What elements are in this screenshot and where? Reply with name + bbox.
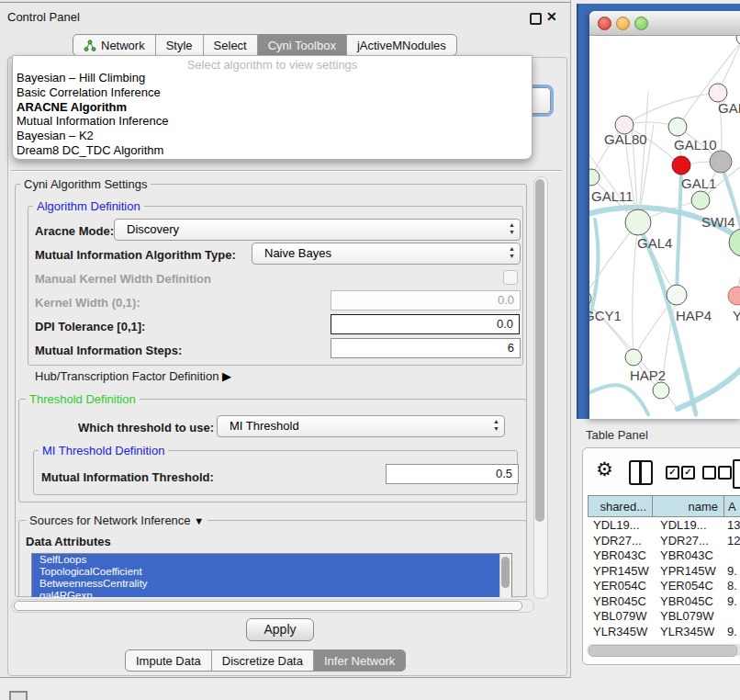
column-header-name[interactable]: name	[653, 495, 724, 517]
algorithm-option[interactable]: ARACNE Algorithm	[13, 100, 532, 115]
apply-button[interactable]: Apply	[246, 618, 314, 641]
close-icon[interactable]: ✕	[546, 9, 557, 24]
settings-vertical-scrollbar[interactable]	[533, 176, 548, 599]
tab-infer-network[interactable]: Infer Network	[313, 650, 405, 671]
table-cell: YDL19...	[653, 517, 724, 533]
tab-jactivemnodules[interactable]: jActiveMNodules	[346, 35, 456, 55]
network-window-titlebar[interactable]	[589, 11, 740, 36]
network-view-frame: GALGAL80GAL10GAL1GAL11SWI4GAL4GCY1HAP4YH…	[577, 4, 740, 419]
algorithm-option[interactable]: Dream8 DC_TDC Algorithm	[13, 143, 532, 158]
mi-steps-field[interactable]: 6	[331, 338, 521, 358]
float-window-icon[interactable]	[530, 13, 542, 25]
network-node[interactable]	[728, 287, 740, 305]
scrollbar-thumb[interactable]	[589, 645, 737, 657]
algorithm-option[interactable]: Mutual Information Inference	[13, 114, 532, 129]
which-threshold-label: Which threshold to use:	[78, 421, 214, 435]
table-cell: YPR145W	[653, 563, 724, 579]
table-header: shared... name A	[588, 495, 740, 517]
network-node[interactable]	[709, 84, 727, 102]
screen: Control Panel ✕ Network Style Select Cyn…	[0, 0, 740, 700]
kernel-width-field[interactable]: 0.0	[331, 290, 521, 310]
network-edge-thick[interactable]	[589, 385, 648, 414]
tab-network[interactable]: Network	[73, 35, 155, 55]
tab-cyni-toolbox[interactable]: Cyni Toolbox	[257, 35, 346, 55]
network-node[interactable]	[736, 36, 740, 45]
table-horizontal-scrollbar[interactable]	[587, 644, 740, 656]
tab-style[interactable]: Style	[155, 35, 203, 55]
new-table-icon[interactable]	[733, 459, 740, 489]
dpi-tolerance-field[interactable]: 0.0	[331, 314, 520, 334]
network-node[interactable]	[667, 285, 687, 305]
gear-icon[interactable]: ⚙	[596, 458, 613, 480]
attribute-list-item[interactable]: gal4RGexp	[32, 590, 511, 597]
table-row[interactable]: YBL079WYBL079W	[588, 608, 740, 624]
aracne-mode-combobox[interactable]: Discovery ▲▼	[114, 219, 521, 241]
combo-arrows-icon: ▲▼	[493, 418, 499, 433]
minimize-traffic-light-icon[interactable]	[616, 17, 630, 30]
column-header-partial[interactable]: A	[724, 495, 740, 517]
tab-cyni-toolbox-label: Cyni Toolbox	[268, 39, 336, 52]
settings-horizontal-scrollbar[interactable]	[11, 599, 534, 613]
algorithm-option[interactable]: Bayesian – Hill Climbing	[13, 71, 532, 85]
network-node[interactable]	[625, 349, 642, 366]
attribute-list-item[interactable]: TopologicalCoefficient	[32, 566, 511, 578]
table-cell: 9.	[724, 624, 740, 639]
tab-select[interactable]: Select	[203, 35, 257, 55]
kernel-width-label: Kernel Width (0,1):	[35, 296, 140, 310]
scrollbar-thumb[interactable]	[14, 601, 522, 611]
table-row[interactable]: YDL19...YDL19...13	[588, 517, 740, 533]
list-vertical-scrollbar[interactable]	[499, 554, 511, 597]
tab-discretize-data[interactable]: Discretize Data	[211, 650, 313, 671]
section-divider	[11, 170, 562, 172]
table-row[interactable]: YPR145WYPR145W9.	[588, 563, 740, 579]
close-traffic-light-icon[interactable]	[598, 17, 611, 30]
network-graph[interactable]: GALGAL80GAL10GAL1GAL11SWI4GAL4GCY1HAP4YH…	[589, 36, 740, 419]
table-row[interactable]: YDR27...YDR27...12	[588, 533, 740, 548]
network-canvas[interactable]: GALGAL80GAL10GAL1GAL11SWI4GAL4GCY1HAP4YH…	[589, 36, 740, 419]
table-row[interactable]: YLR345WYLR345W9.	[588, 624, 740, 639]
sources-expander[interactable]: Sources for Network Inference ▼	[26, 514, 207, 527]
select-all-columns-icon[interactable]: ✓ ✓	[666, 466, 693, 479]
table-cell: 12	[724, 533, 740, 548]
manual-kernel-width-checkbox[interactable]	[503, 270, 518, 285]
table-cell: 0	[724, 638, 740, 642]
zoom-traffic-light-icon[interactable]	[634, 17, 648, 30]
deselect-all-columns-icon[interactable]	[702, 466, 730, 479]
tab-impute-data[interactable]: Impute Data	[126, 650, 211, 671]
combo-arrows-icon: ▲▼	[509, 221, 515, 236]
table-row[interactable]: YBR043CYBR043C	[588, 548, 740, 563]
network-node-label: GAL10	[674, 137, 717, 152]
network-edge[interactable]	[638, 91, 648, 222]
table-row[interactable]: YER054CYER054C8.	[588, 578, 740, 593]
scrollbar-thumb[interactable]	[535, 179, 544, 522]
network-node[interactable]	[710, 151, 732, 173]
mi-threshold-field[interactable]: 0.5	[386, 464, 519, 484]
table-cell: YER054C	[588, 578, 653, 593]
table-row[interactable]: YIL052CYIL052C0	[588, 638, 740, 642]
network-node[interactable]	[625, 209, 651, 235]
attribute-list-item[interactable]: SelfLoops	[32, 554, 511, 566]
popup-placeholder: Select algorithm to view settings	[13, 56, 532, 71]
table-row[interactable]: YBR045CYBR045C9.	[588, 593, 740, 609]
which-threshold-combobox[interactable]: MI Threshold ▲▼	[217, 415, 505, 437]
network-node[interactable]	[672, 156, 690, 175]
network-node[interactable]	[691, 191, 710, 209]
network-node[interactable]	[668, 118, 687, 136]
table-cell: 9.	[724, 563, 740, 579]
column-header-shared-name[interactable]: shared...	[588, 495, 653, 517]
tab-select-label: Select	[214, 39, 247, 52]
mi-algorithm-type-combobox[interactable]: Naive Bayes ▲▼	[252, 243, 521, 265]
network-node[interactable]	[653, 382, 669, 399]
table-cell: YIL052C	[653, 638, 724, 642]
table-body: YDL19...YDL19...13YDR27...YDR27...12YBR0…	[588, 517, 740, 642]
columns-icon[interactable]	[629, 460, 653, 485]
hub-definition-expander[interactable]: Hub/Transcription Factor Definition ▶	[35, 369, 231, 383]
attribute-list-item[interactable]: BetweennessCentrality	[32, 578, 511, 590]
scrollbar-thumb[interactable]	[501, 557, 510, 588]
network-window: GALGAL80GAL10GAL1GAL11SWI4GAL4GCY1HAP4YH…	[589, 11, 740, 419]
sources-title: Sources for Network Inference	[29, 514, 191, 527]
collapsed-panel-widget[interactable]	[9, 691, 28, 700]
algorithm-option[interactable]: Basic Correlation Inference	[13, 85, 532, 100]
algorithm-option[interactable]: Bayesian – K2	[13, 129, 532, 143]
table-cell: YLR345W	[588, 624, 653, 639]
